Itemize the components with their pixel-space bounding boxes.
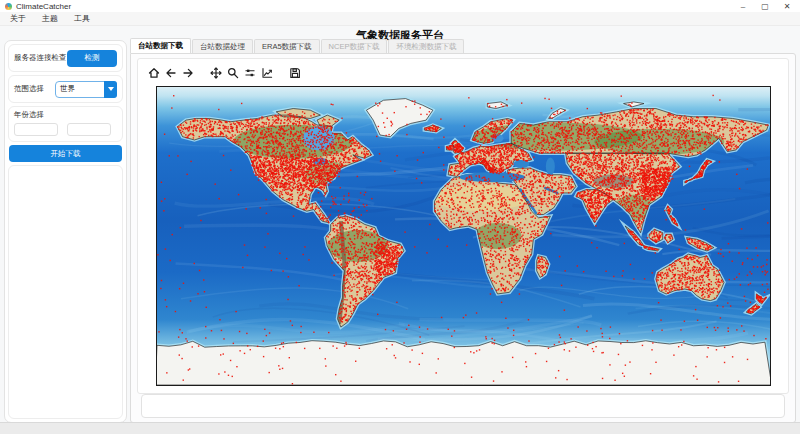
scope-group: 范围选择 世界 — [8, 75, 123, 103]
start-year-input[interactable] — [14, 123, 58, 136]
sidebar-log-box — [8, 165, 123, 419]
forward-icon[interactable] — [182, 67, 194, 79]
year-inputs — [14, 123, 117, 136]
figure-toolbar — [148, 65, 788, 80]
title-bar: ClimateCatcher – ▢ ✕ — [0, 0, 800, 12]
scope-label: 范围选择 — [14, 84, 44, 94]
server-check-group: 服务器连接检查 检测 — [8, 44, 123, 72]
app-window: ClimateCatcher – ▢ ✕ 关于 主题 工具 气象数据服务平台 服… — [0, 0, 800, 434]
scope-selected-value: 世界 — [60, 82, 75, 97]
server-check-label: 服务器连接检查 — [14, 53, 67, 63]
window-controls: – ▢ ✕ — [732, 0, 798, 12]
home-icon[interactable] — [148, 67, 160, 79]
start-download-button[interactable]: 开始下载 — [9, 145, 122, 162]
pan-icon[interactable] — [210, 67, 222, 79]
menu-item-theme[interactable]: 主题 — [40, 13, 60, 24]
tab-content — [130, 53, 796, 423]
zoom-icon[interactable] — [227, 67, 239, 79]
save-icon[interactable] — [289, 67, 301, 79]
tab-ncep-download[interactable]: NCEP数据下载 — [321, 39, 388, 53]
tab-bar: 台站数据下载 台站数据处理 ERA5数据下载 NCEP数据下载 环境检测数据下载 — [130, 38, 796, 53]
subplots-icon[interactable] — [244, 67, 256, 79]
app-icon — [5, 3, 12, 10]
scope-select[interactable]: 世界 — [55, 81, 117, 98]
status-bar — [0, 422, 800, 434]
main-log-box — [141, 394, 785, 418]
main-panel: 台站数据下载 台站数据处理 ERA5数据下载 NCEP数据下载 环境检测数据下载 — [130, 38, 796, 423]
axes-edit-icon[interactable] — [261, 67, 273, 79]
server-check-button[interactable]: 检测 — [67, 50, 117, 67]
back-icon[interactable] — [165, 67, 177, 79]
maximize-icon[interactable]: ▢ — [754, 0, 776, 12]
year-group: 年份选择 — [8, 106, 123, 142]
menu-item-about[interactable]: 关于 — [8, 13, 28, 24]
tab-era5-download[interactable]: ERA5数据下载 — [254, 39, 320, 53]
window-title: ClimateCatcher — [16, 2, 71, 11]
tab-station-process[interactable]: 台站数据处理 — [192, 39, 253, 53]
sidebar: 服务器连接检查 检测 范围选择 世界 年份选择 开始下载 — [4, 40, 127, 423]
tab-env-monitor-download[interactable]: 环境检测数据下载 — [388, 39, 464, 53]
minimize-icon[interactable]: – — [732, 0, 754, 12]
menu-bar: 关于 主题 工具 — [0, 12, 800, 26]
chevron-down-icon[interactable] — [104, 81, 117, 98]
world-map-canvas[interactable] — [156, 86, 771, 386]
tab-station-download[interactable]: 台站数据下载 — [130, 38, 191, 53]
app-header: 气象数据服务平台 — [0, 25, 800, 39]
menu-item-tools[interactable]: 工具 — [72, 13, 92, 24]
close-icon[interactable]: ✕ — [776, 0, 798, 12]
end-year-input[interactable] — [67, 123, 111, 136]
year-label: 年份选择 — [14, 110, 117, 120]
figure-panel — [137, 58, 789, 394]
